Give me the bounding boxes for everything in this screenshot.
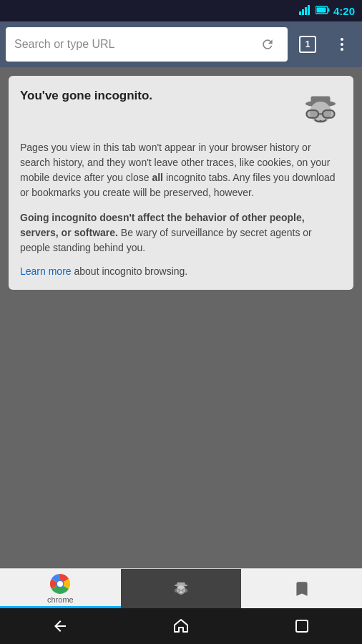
learn-more-suffix: about incognito browsing. — [72, 265, 188, 277]
svg-rect-25 — [182, 589, 187, 592]
reload-button[interactable] — [256, 33, 279, 56]
incognito-tab-icon — [171, 579, 191, 599]
recent-apps-icon — [293, 618, 310, 635]
back-button[interactable] — [42, 612, 78, 640]
menu-button[interactable] — [328, 30, 356, 59]
chrome-logo-icon — [50, 574, 70, 594]
card-header: You've gone incognito. — [20, 89, 342, 132]
bookmark-icon — [293, 580, 311, 598]
learn-more-link[interactable]: Learn more — [20, 265, 72, 277]
home-icon — [172, 618, 190, 635]
svg-rect-5 — [328, 9, 329, 12]
tab-count-badge: 1 — [299, 36, 316, 53]
status-icons: 4:20 — [299, 5, 355, 17]
svg-rect-1 — [302, 9, 304, 15]
svg-rect-2 — [305, 7, 307, 15]
svg-rect-6 — [316, 8, 326, 13]
content-area: You've gone incognito. Pages you vie — [0, 67, 362, 568]
incognito-warning: Going incognito doesn't affect the behav… — [20, 210, 342, 255]
svg-rect-26 — [296, 620, 308, 632]
url-input[interactable]: Search or type URL — [14, 38, 256, 51]
home-button[interactable] — [163, 612, 199, 640]
tab-chrome[interactable]: chrome — [0, 569, 121, 608]
incognito-body: Pages you view in this tab won't appear … — [20, 140, 342, 200]
browser-toolbar: Search or type URL 1 — [0, 21, 362, 67]
tab-bookmark[interactable] — [241, 569, 362, 608]
recent-apps-button[interactable] — [284, 612, 320, 640]
svg-rect-24 — [175, 589, 180, 592]
learn-more-section: Learn more about incognito browsing. — [20, 265, 342, 277]
tab-count-button[interactable]: 1 — [293, 30, 322, 59]
chrome-tab-label: chrome — [47, 595, 74, 604]
time-display: 4:20 — [333, 5, 355, 17]
svg-rect-14 — [323, 111, 334, 117]
svg-rect-0 — [299, 11, 301, 15]
incognito-card: You've gone incognito. Pages you vie — [9, 76, 353, 290]
battery-icon — [315, 5, 330, 16]
url-bar[interactable]: Search or type URL — [6, 27, 288, 62]
tab-bar: chrome — [0, 568, 362, 608]
nav-bar — [0, 608, 362, 644]
back-icon — [52, 618, 69, 635]
signal-icon — [299, 5, 312, 17]
bold-all: all — [152, 172, 163, 183]
tab-incognito[interactable] — [121, 569, 242, 608]
svg-point-17 — [57, 581, 63, 587]
more-icon — [341, 38, 343, 51]
incognito-spy-icon — [299, 89, 342, 132]
svg-rect-19 — [177, 582, 185, 585]
status-bar: 4:20 — [0, 0, 362, 21]
incognito-title: You've gone incognito. — [20, 89, 152, 103]
svg-rect-13 — [307, 111, 318, 117]
svg-rect-3 — [308, 5, 310, 15]
warning-bold: Going incognito doesn't affect the behav… — [20, 212, 305, 238]
